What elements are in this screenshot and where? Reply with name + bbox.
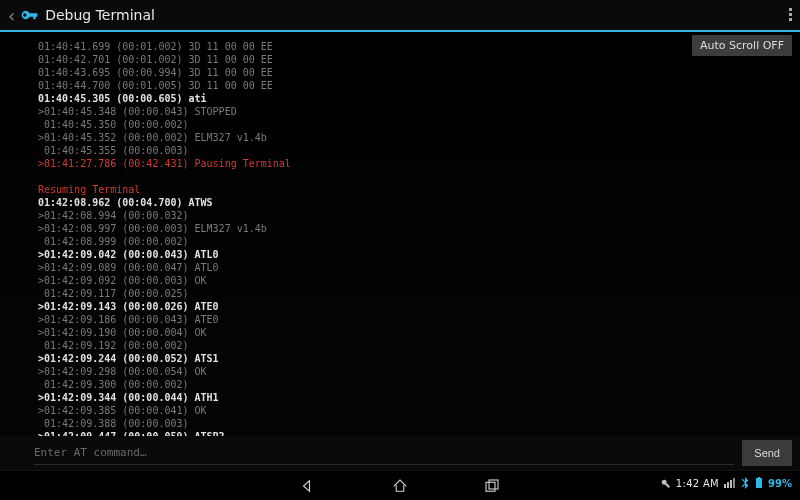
terminal-line: >01:42:09.092 (00:00.003) OK [38,274,800,287]
terminal-line: 01:40:45.305 (00:00.605) ati [38,92,800,105]
terminal-line: Resuming Terminal [38,183,800,196]
command-input[interactable] [34,441,734,465]
terminal-line: 01:42:09.300 (00:00.002) [38,378,800,391]
page-title: Debug Terminal [45,7,155,23]
terminal-line: 01:42:09.192 (00:00.002) [38,339,800,352]
terminal-line: >01:40:45.348 (00:00.043) STOPPED [38,105,800,118]
svg-rect-3 [758,477,760,478]
terminal-line: 01:40:41.699 (00:01.002) 3D 11 00 00 EE [38,40,800,53]
terminal-output[interactable]: 01:40:41.699 (00:01.002) 3D 11 00 00 EE0… [0,32,800,436]
terminal-line: 01:40:45.355 (00:00.003) [38,144,800,157]
terminal-line [38,170,800,183]
system-nav-bar: 1:42 AM 99% [0,470,800,500]
send-button[interactable]: Send [742,440,792,466]
terminal-line: >01:42:08.994 (00:00.032) [38,209,800,222]
svg-rect-1 [489,480,498,489]
back-chevron-icon[interactable]: ‹ [0,5,19,26]
overflow-menu-icon[interactable] [789,6,792,23]
terminal-line: >01:42:09.298 (00:00.054) OK [38,365,800,378]
terminal-line: >01:42:09.042 (00:00.043) ATL0 [38,248,800,261]
terminal-line: >01:42:09.385 (00:00.041) OK [38,404,800,417]
terminal-line: 01:42:09.388 (00:00.003) [38,417,800,430]
svg-rect-2 [756,478,762,488]
terminal-line: >01:41:27.786 (00:42.431) Pausing Termin… [38,157,800,170]
terminal-line: >01:42:09.190 (00:00.004) OK [38,326,800,339]
status-tray: 1:42 AM 99% [659,477,792,489]
terminal-line: 01:40:43.695 (00:00.994) 3D 11 00 00 EE [38,66,800,79]
back-icon[interactable] [297,475,319,497]
terminal-line: >01:42:09.143 (00:00.026) ATE0 [38,300,800,313]
terminal-line: >01:42:09.344 (00:00.044) ATH1 [38,391,800,404]
signal-icon [724,478,735,488]
battery-percent: 99% [768,478,792,489]
terminal-line: >01:42:09.244 (00:00.052) ATS1 [38,352,800,365]
terminal-line: >01:42:09.447 (00:00.059) ATSP2 [38,430,800,436]
terminal-area: Auto Scroll OFF 01:40:41.699 (00:01.002)… [0,32,800,436]
terminal-line: 01:40:42.701 (00:01.002) 3D 11 00 00 EE [38,53,800,66]
recent-apps-icon[interactable] [481,475,503,497]
terminal-line: 01:40:45.350 (00:00.002) [38,118,800,131]
title-bar: ‹ Debug Terminal [0,0,800,32]
svg-rect-0 [486,482,495,491]
terminal-line: 01:42:08.999 (00:00.002) [38,235,800,248]
terminal-line: 01:40:44.700 (00:01.005) 3D 11 00 00 EE [38,79,800,92]
home-icon[interactable] [389,475,411,497]
bluetooth-icon [740,477,750,489]
terminal-line: >01:42:09.186 (00:00.043) ATE0 [38,313,800,326]
battery-icon [755,477,763,489]
terminal-line: 01:42:09.117 (00:00.025) [38,287,800,300]
terminal-line: >01:42:09.089 (00:00.047) ATL0 [38,261,800,274]
autoscroll-toggle[interactable]: Auto Scroll OFF [692,35,792,56]
terminal-line: 01:42:08.962 (00:04.700) ATWS [38,196,800,209]
status-clock: 1:42 AM [676,478,719,489]
terminal-line: >01:40:45.352 (00:00.002) ELM327 v1.4b [38,131,800,144]
key-icon [19,5,39,25]
command-input-row: Send [0,436,800,470]
terminal-line: >01:42:08.997 (00:00.003) ELM327 v1.4b [38,222,800,235]
wrench-icon [659,477,671,489]
